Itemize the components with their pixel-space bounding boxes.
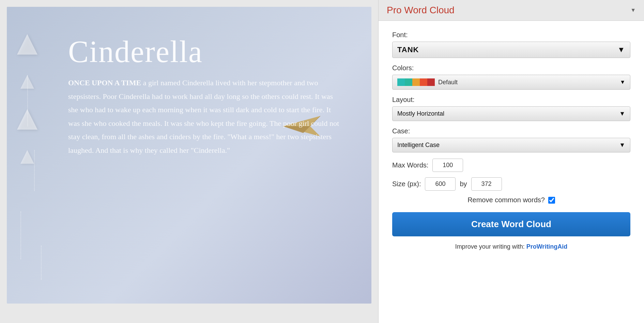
font-select-wrapper: TANK ▼: [392, 42, 630, 58]
case-label: Case:: [392, 127, 630, 135]
size-label: Size (px):: [392, 180, 421, 188]
font-label: Font:: [392, 31, 630, 39]
case-select-wrapper: Intelligent Case ▼: [392, 138, 630, 152]
dotted-line-1: [27, 75, 28, 126]
document-title: Cinderella: [68, 34, 344, 69]
remove-common-group: Remove common words?: [392, 196, 630, 204]
case-value: Intelligent Case: [397, 142, 440, 149]
size-by-text: by: [460, 180, 467, 188]
prowritingaid-link[interactable]: ProWritingAid: [526, 243, 568, 250]
layout-group: Layout: Mostly Horizontal ▼: [392, 96, 630, 121]
max-words-group: Max Words:: [392, 159, 630, 172]
colors-group: Colors: Default ▼: [392, 64, 630, 90]
dotted-line-2: [34, 150, 35, 191]
colors-dropdown-arrow: ▼: [620, 79, 625, 85]
layout-value: Mostly Horizontal: [397, 110, 444, 117]
max-words-label: Max Words:: [392, 161, 428, 169]
swatch-1: [397, 78, 405, 86]
swatch-5: [427, 78, 435, 86]
sidebar-header: Pro Word Cloud ▼: [379, 0, 644, 21]
sidebar-title: Pro Word Cloud: [387, 5, 455, 16]
document-page: Cinderella ONCE UPON A TIME a girl named…: [7, 7, 371, 304]
size-height-input[interactable]: [471, 177, 502, 191]
case-select[interactable]: Intelligent Case ▼: [392, 138, 630, 152]
colors-select-wrapper: Default ▼: [392, 75, 630, 90]
dotted-line-3: [20, 211, 21, 259]
color-swatches-container: Default: [397, 78, 458, 86]
create-word-cloud-button[interactable]: Create Word Cloud: [392, 212, 630, 236]
dotted-line-4: [41, 246, 42, 280]
footer-text: Improve your writing with: ProWritingAid: [392, 243, 630, 250]
layout-select-wrapper: Mostly Horizontal ▼: [392, 106, 630, 121]
remove-common-checkbox[interactable]: [548, 197, 555, 204]
colors-value: Default: [438, 79, 458, 86]
font-select[interactable]: TANK ▼: [392, 42, 630, 58]
layout-dropdown-arrow: ▼: [619, 110, 625, 117]
layout-label: Layout:: [392, 96, 630, 104]
case-group: Case: Intelligent Case ▼: [392, 127, 630, 152]
font-dropdown-arrow: ▼: [617, 45, 625, 54]
size-group: Size (px): by: [392, 177, 630, 191]
swatch-2: [405, 78, 412, 86]
document-body: ONCE UPON A TIME a girl named Cinderella…: [68, 76, 344, 157]
sidebar-dropdown-icon[interactable]: ▼: [630, 7, 636, 13]
font-group: Font: TANK ▼: [392, 31, 630, 58]
layout-select[interactable]: Mostly Horizontal ▼: [392, 106, 630, 121]
sidebar: Pro Word Cloud ▼ Font: TANK ▼ Colors:: [378, 0, 644, 323]
document-content: Cinderella ONCE UPON A TIME a girl named…: [68, 34, 344, 157]
footer-static-text: Improve your writing with:: [455, 243, 526, 250]
max-words-input[interactable]: [432, 159, 463, 172]
remove-common-label: Remove common words?: [467, 196, 545, 204]
swatch-4: [420, 78, 427, 86]
swatch-3: [412, 78, 420, 86]
document-area: Cinderella ONCE UPON A TIME a girl named…: [0, 0, 378, 323]
triangle-1: [17, 34, 37, 55]
triangle-4: [20, 150, 34, 164]
colors-label: Colors:: [392, 64, 630, 72]
case-dropdown-arrow: ▼: [619, 142, 625, 149]
font-value: TANK: [397, 45, 419, 54]
colors-select[interactable]: Default ▼: [392, 75, 630, 90]
size-width-input[interactable]: [425, 177, 456, 191]
sidebar-body: Font: TANK ▼ Colors: D: [379, 21, 644, 323]
